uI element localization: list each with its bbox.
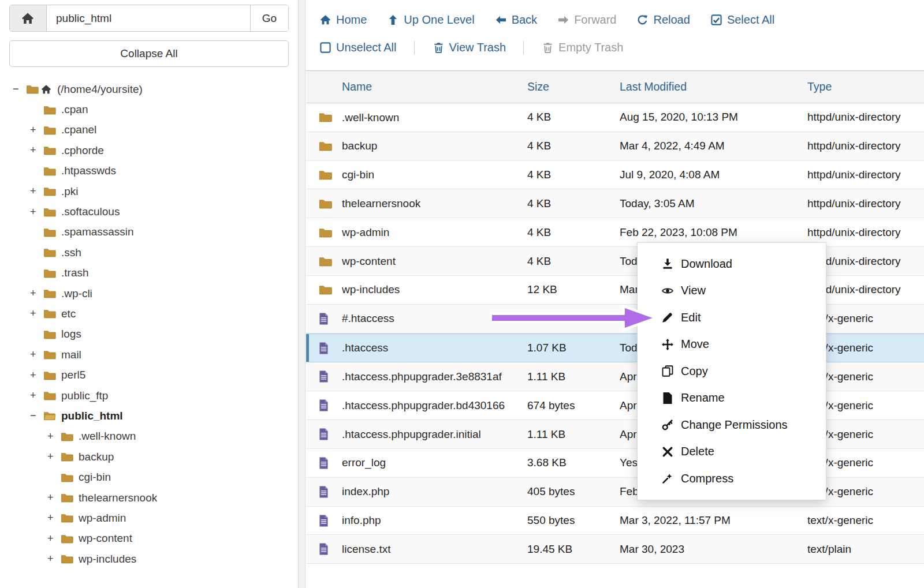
folder-icon — [61, 513, 73, 523]
tree-item[interactable]: + .softaculous — [9, 201, 289, 222]
tree-expander[interactable]: + — [30, 369, 43, 381]
path-input[interactable] — [47, 5, 250, 31]
tree-expander[interactable]: − — [13, 83, 26, 95]
tree-expander[interactable]: + — [30, 389, 43, 402]
tree-item[interactable]: + etc — [9, 304, 289, 324]
sidebar-scrollbar[interactable] — [298, 0, 305, 588]
context-menu-item-download[interactable]: Download — [638, 250, 826, 278]
table-row[interactable]: cgi-bin 4 KB Jul 9, 2020, 4:08 AM httpd/… — [306, 161, 924, 190]
collapse-all-button[interactable]: Collapse All — [9, 40, 289, 67]
tree-expander[interactable]: + — [30, 124, 43, 136]
toolbar-button-view-trash[interactable]: View Trash — [414, 41, 506, 54]
tree-expander[interactable]: + — [30, 206, 43, 218]
file-icon — [319, 515, 342, 527]
tree-expander[interactable]: + — [47, 512, 61, 524]
folder-icon — [43, 125, 56, 135]
tree-item[interactable]: .ssh — [9, 242, 289, 263]
tree-item[interactable]: + .cphorde — [9, 140, 289, 160]
table-row[interactable]: index.php 405 bytes Feb 6, 2020, 11:33 P… — [306, 478, 924, 507]
copy-icon — [662, 365, 673, 377]
tree-expander[interactable]: + — [47, 553, 61, 565]
context-menu-item-view[interactable]: View — [638, 278, 826, 305]
home-directory-button[interactable] — [10, 5, 47, 31]
arrow-left-icon — [495, 14, 506, 25]
file-icon — [319, 457, 342, 469]
tree-item[interactable]: + .cpanel — [9, 120, 289, 140]
tree-item[interactable]: + thelearnersnook — [9, 488, 289, 508]
tree-item[interactable]: + wp-admin — [9, 508, 289, 528]
tree-item[interactable]: .trash — [9, 263, 289, 283]
toolbar-button-select-all[interactable]: Select All — [711, 13, 774, 27]
tree-expander[interactable]: + — [47, 430, 61, 443]
toolbar-button-reload[interactable]: Reload — [637, 13, 690, 27]
tree-expander[interactable]: − — [30, 410, 43, 422]
tree-item[interactable]: + mail — [9, 344, 289, 365]
table-row[interactable]: .well-known 4 KB Aug 15, 2020, 10:13 PM … — [306, 103, 924, 132]
context-menu-item-copy[interactable]: Copy — [638, 358, 826, 385]
tree-expander[interactable]: + — [47, 533, 61, 545]
tree-expander[interactable]: + — [30, 144, 43, 156]
table-row[interactable]: .htaccess.phpupgrader.3e8831af 1.11 KB A… — [306, 362, 924, 391]
file-name-cell: .htaccess.phpupgrader.initial — [342, 427, 527, 442]
tree-item[interactable]: + perl5 — [9, 365, 289, 385]
context-menu-item-rename[interactable]: Rename — [638, 385, 826, 412]
context-menu-item-delete[interactable]: Delete — [638, 439, 826, 466]
context-menu-item-label: Delete — [681, 445, 714, 458]
table-row[interactable]: .htaccess.phpupgrader.bd430166 674 bytes… — [306, 391, 924, 420]
toolbar-row-2: Unselect All View Trash Empty Trash — [320, 33, 924, 61]
tree-item[interactable]: + .pki — [9, 181, 289, 201]
tree-item[interactable]: + .well-known — [9, 426, 289, 447]
toolbar-button-unselect-all[interactable]: Unselect All — [320, 41, 397, 54]
table-row[interactable]: license.txt 19.45 KB Mar 30, 2023 text/p… — [306, 535, 924, 564]
tree-item[interactable]: − (/home4/yoursite) — [9, 79, 289, 99]
tree-item[interactable]: + wp-includes — [9, 549, 289, 569]
toolbar-button-back[interactable]: Back — [495, 13, 537, 27]
table-row[interactable]: wp-content 4 KB Today httpd/unix-directo… — [306, 247, 924, 276]
tree-expander[interactable]: + — [30, 349, 43, 361]
context-menu-item-compress[interactable]: Compress — [638, 465, 826, 492]
tree-item[interactable]: .htpasswds — [9, 161, 289, 181]
toolbar-button-home[interactable]: Home — [320, 13, 367, 27]
file-name-cell: cgi-bin — [342, 167, 527, 182]
tree-item[interactable]: + backup — [9, 447, 289, 467]
toolbar-button-up-one-level[interactable]: Up One Level — [388, 13, 474, 27]
folder-icon — [43, 309, 56, 319]
table-row[interactable]: .htaccess.phpupgrader.initial 1.11 KB Ap… — [306, 420, 924, 449]
column-header-modified[interactable]: Last Modified — [620, 80, 807, 93]
column-header-name[interactable]: Name — [342, 80, 527, 93]
file-size-cell: 674 bytes — [527, 399, 620, 412]
column-header-size[interactable]: Size — [527, 80, 620, 93]
table-row[interactable]: .htaccess 1.07 KB Today text/x-generic — [306, 334, 924, 363]
file-mimetype-cell: httpd/unix-directory — [807, 111, 924, 123]
context-menu-item-edit[interactable]: Edit — [638, 304, 826, 331]
tree-item[interactable]: .cpan — [9, 99, 289, 119]
tree-item[interactable]: + public_ftp — [9, 385, 289, 406]
toolbar-button-forward[interactable]: Forward — [558, 13, 616, 27]
tree-item[interactable]: + wp-content — [9, 529, 289, 549]
tree-expander[interactable]: + — [30, 308, 43, 320]
table-row[interactable]: wp-includes 12 KB Mar httpd/unix-directo… — [306, 276, 924, 305]
table-row[interactable]: thelearnersnook 4 KB Today, 3:05 AM http… — [306, 189, 924, 218]
tree-expander[interactable]: + — [30, 185, 43, 197]
tree-item[interactable]: + .wp-cli — [9, 283, 289, 304]
tree-expander[interactable]: + — [47, 451, 61, 463]
go-button[interactable]: Go — [250, 5, 288, 31]
table-row[interactable]: error_log 3.68 KB Yes text/x-generic — [306, 449, 924, 478]
tree-item[interactable]: .spamassassin — [9, 222, 289, 242]
column-header-type[interactable]: Type — [807, 80, 924, 93]
tree-item[interactable]: logs — [9, 324, 289, 344]
table-row[interactable]: backup 4 KB Mar 4, 2022, 4:49 AM httpd/u… — [306, 132, 924, 161]
file-name-cell: wp-includes — [342, 282, 527, 297]
tree-expander[interactable]: + — [30, 287, 43, 299]
context-menu-item-change-permissions[interactable]: Change Permissions — [638, 411, 826, 439]
tree-expander[interactable]: + — [47, 492, 61, 504]
toolbar-button-empty-trash[interactable]: Empty Trash — [523, 41, 623, 54]
tree-item[interactable]: cgi-bin — [9, 467, 289, 487]
table-row[interactable]: wp-admin 4 KB Feb 22, 2023, 10:08 PM htt… — [306, 218, 924, 247]
arrow-right-icon — [558, 14, 569, 25]
table-row[interactable]: info.php 550 bytes Mar 3, 2022, 11:57 PM… — [306, 507, 924, 535]
tree-item[interactable]: − public_html — [9, 406, 289, 426]
context-menu-item-move[interactable]: Move — [638, 331, 826, 358]
trash-icon — [542, 42, 553, 53]
table-row[interactable]: #.htaccess 1.44 KB M text/x-generic — [306, 305, 924, 334]
